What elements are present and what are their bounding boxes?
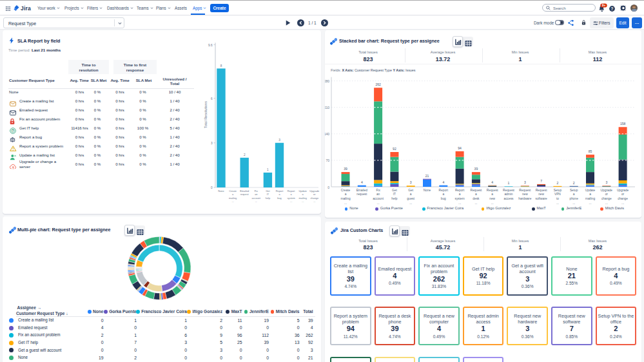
svg-text:...: ... — [491, 202, 494, 205]
svg-text:39: 39 — [474, 167, 478, 171]
svg-text:3: 3 — [410, 180, 412, 184]
svg-text:Request: Request — [519, 189, 531, 192]
svg-text:VPN: VPN — [554, 193, 561, 196]
svg-text:or: or — [313, 193, 316, 196]
svg-text:3: 3 — [524, 180, 526, 184]
svg-text:guest: guest — [407, 197, 415, 200]
svg-text:158: 158 — [620, 122, 626, 126]
svg-text:...: ... — [621, 202, 624, 205]
svg-text:...: ... — [231, 200, 233, 203]
svg-text:Request: Request — [536, 189, 548, 192]
svg-text:2: 2 — [573, 181, 575, 185]
svg-text:1: 1 — [267, 168, 269, 171]
svg-text:access: access — [504, 197, 514, 200]
svg-text:...: ... — [302, 200, 304, 203]
svg-text:Fix: Fix — [255, 189, 258, 193]
svg-text:39: 39 — [344, 167, 347, 171]
svg-text:a: a — [459, 193, 461, 196]
svg-text:92: 92 — [393, 147, 396, 151]
svg-text:Setup: Setup — [570, 189, 578, 192]
svg-text:Request: Request — [470, 189, 482, 192]
svg-text:new: new — [538, 193, 544, 196]
svg-text:4: 4 — [491, 180, 493, 184]
svg-text:a: a — [345, 193, 347, 196]
svg-text:...: ... — [458, 202, 461, 205]
svg-text:Request: Request — [503, 189, 515, 192]
svg-text:None: None — [218, 189, 224, 193]
svg-text:system: system — [287, 196, 295, 200]
svg-text:a: a — [475, 193, 477, 196]
svg-text:Upgrade: Upgrade — [309, 189, 319, 193]
svg-text:Upgrade: Upgrade — [617, 189, 629, 192]
svg-text:phone: phone — [570, 197, 579, 200]
svg-text:Upgrade: Upgrade — [601, 189, 613, 192]
svg-text:Setup: Setup — [554, 189, 562, 192]
svg-text:Get: Get — [408, 189, 413, 192]
svg-text:new: new — [522, 193, 528, 196]
svg-text:280: 280 — [325, 79, 329, 83]
svg-text:9.6: 9.6 — [208, 44, 213, 47]
svg-text:mailing: mailing — [299, 196, 307, 200]
svg-text:a: a — [442, 193, 444, 196]
svg-text:9+: 9+ — [602, 4, 606, 7]
svg-text:help: help — [266, 196, 270, 200]
svg-text:bug: bug — [441, 197, 446, 200]
svg-text:change: change — [601, 197, 612, 200]
svg-text:Report: Report — [288, 189, 296, 193]
svg-text:an: an — [255, 193, 257, 196]
svg-text:94: 94 — [458, 146, 462, 150]
svg-text:a: a — [232, 193, 234, 196]
svg-text:Update: Update — [298, 189, 307, 193]
svg-text:?: ? — [611, 6, 614, 10]
svg-text:70: 70 — [326, 158, 329, 162]
svg-text:Report: Report — [455, 189, 465, 192]
svg-text:change: change — [618, 197, 628, 200]
svg-text:...: ... — [290, 200, 292, 203]
svg-text:request: request — [240, 193, 249, 196]
svg-text:a: a — [410, 193, 412, 196]
svg-text:2: 2 — [244, 153, 246, 157]
svg-text:software: software — [536, 197, 547, 200]
svg-text:a: a — [573, 193, 575, 196]
svg-text:6: 6 — [211, 97, 213, 100]
svg-text:Emailed: Emailed — [356, 189, 368, 192]
svg-text:Emailed: Emailed — [240, 189, 249, 193]
svg-text:3: 3 — [211, 142, 213, 145]
svg-text:new: new — [489, 197, 495, 200]
svg-text:None: None — [424, 189, 431, 192]
svg-text:a: a — [589, 193, 591, 196]
svg-text:or: or — [621, 193, 625, 196]
svg-text:...: ... — [313, 200, 315, 203]
svg-text:...: ... — [589, 202, 592, 205]
svg-text:2: 2 — [557, 181, 559, 185]
svg-text:mailing: mailing — [229, 196, 237, 200]
svg-text:21: 21 — [425, 174, 429, 178]
svg-text:...: ... — [377, 202, 380, 205]
svg-text:...: ... — [572, 202, 575, 205]
svg-text:210: 210 — [325, 106, 329, 110]
svg-text:140: 140 — [325, 132, 329, 136]
svg-text:bug: bug — [277, 196, 282, 200]
svg-text:IT: IT — [393, 193, 396, 196]
svg-text:desk: desk — [473, 197, 480, 200]
svg-text:mailing: mailing — [340, 197, 351, 200]
svg-text:...: ... — [255, 200, 257, 203]
svg-text:4: 4 — [442, 180, 444, 184]
svg-text:Request: Request — [487, 189, 499, 192]
svg-text:IT: IT — [267, 193, 269, 196]
svg-text:account: account — [373, 197, 384, 200]
svg-text:a: a — [291, 193, 293, 196]
svg-text:4: 4 — [361, 180, 363, 184]
svg-text:to: to — [556, 197, 559, 200]
svg-text:Create: Create — [341, 189, 351, 192]
svg-text:a: a — [278, 193, 280, 196]
svg-text:admin: admin — [504, 193, 512, 196]
svg-text:1: 1 — [508, 181, 510, 185]
svg-text:an: an — [376, 193, 380, 196]
svg-text:hardware: hardware — [518, 197, 531, 200]
svg-text:Create: Create — [229, 189, 237, 193]
svg-text:...: ... — [474, 202, 477, 205]
svg-text:...: ... — [556, 202, 559, 205]
svg-text:0: 0 — [327, 186, 329, 189]
svg-text:request: request — [356, 193, 367, 196]
